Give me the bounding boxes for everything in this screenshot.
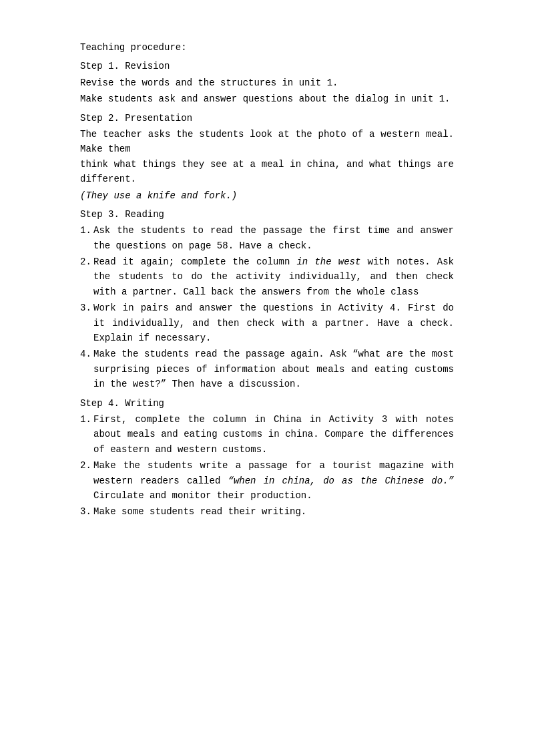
step4-heading: Step 4. Writing bbox=[80, 396, 454, 411]
step4-item3-num: 3. bbox=[80, 504, 93, 519]
step2-para-text1: The teacher asks the students look at th… bbox=[80, 129, 454, 154]
step4-item1: 1. First, complete the column in China i… bbox=[80, 412, 454, 457]
step3-item4-text: Make the students read the passage again… bbox=[93, 347, 454, 391]
step3-item2-text: Read it again; complete the column in th… bbox=[93, 254, 454, 299]
step4-item3-text: Make some students read their writing. bbox=[93, 504, 454, 519]
step4-item1-part1: First, complete the column in China in A… bbox=[93, 414, 454, 455]
step3-heading: Step 3. Reading bbox=[80, 207, 454, 222]
step3-item1-text: Ask the students to read the passage the… bbox=[93, 223, 454, 253]
page-content: Teaching procedure: Step 1. Revision Rev… bbox=[0, 0, 534, 561]
step4-item1-num: 1. bbox=[80, 412, 93, 457]
step3-item3-num: 3. bbox=[80, 301, 93, 345]
step3-item2: 2. Read it again; complete the column in… bbox=[80, 254, 454, 299]
teaching-procedure-label: Teaching procedure: bbox=[80, 40, 454, 55]
step3-item4-num: 4. bbox=[80, 347, 93, 391]
step2-italic: (They use a knife and fork.) bbox=[80, 188, 454, 203]
step3-item1-num: 1. bbox=[80, 223, 93, 253]
step3-item2-italic: in the west bbox=[296, 256, 360, 267]
step4-item3: 3. Make some students read their writing… bbox=[80, 504, 454, 519]
step1-line2: Make students ask and answer questions a… bbox=[80, 91, 454, 106]
step1-heading: Step 1. Revision bbox=[80, 59, 454, 73]
step4-item2-text: Make the students write a passage for a … bbox=[93, 458, 454, 503]
step4-item1-text: First, complete the column in China in A… bbox=[93, 412, 454, 457]
step4-item1-and-word: and bbox=[155, 444, 172, 455]
step3-item1: 1. Ask the students to read the passage … bbox=[80, 223, 454, 253]
step3-item3-text: Work in pairs and answer the questions i… bbox=[93, 301, 454, 345]
step4-item2-part2: Circulate and monitor their production. bbox=[93, 490, 312, 501]
step4-item2-italic: “when in china, do as the Chinese do.” bbox=[228, 476, 454, 486]
step4-item2: 2. Make the students write a passage for… bbox=[80, 458, 454, 503]
step3-item3: 3. Work in pairs and answer the question… bbox=[80, 301, 454, 345]
step3-item4: 4. Make the students read the passage ag… bbox=[80, 347, 454, 391]
step2-para-text2: think what things they see at a meal in … bbox=[80, 159, 454, 184]
step2-paragraph: The teacher asks the students look at th… bbox=[80, 127, 454, 187]
step1-line1: Revise the words and the structures in u… bbox=[80, 75, 454, 90]
step2-heading: Step 2. Presentation bbox=[80, 111, 454, 126]
step4-item1-part2: western customs. bbox=[178, 444, 267, 455]
step3-item2-part1: Read it again; complete the column bbox=[93, 256, 290, 267]
step4-item2-num: 2. bbox=[80, 458, 93, 503]
step3-item2-num: 2. bbox=[80, 254, 93, 299]
